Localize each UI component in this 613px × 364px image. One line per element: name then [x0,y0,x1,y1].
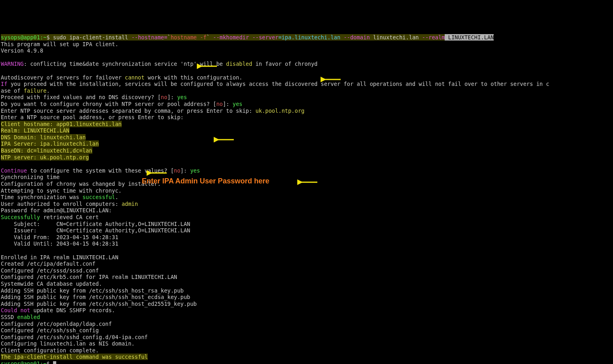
info-ntp: NTP server: uk.pool.ntp.org [1,154,89,161]
continue-label: Continue [1,167,27,174]
line: Attempting to sync time with chronyc. [1,187,122,194]
line: : conflicting time&date synchronization … [24,61,226,67]
backtick: ` [206,34,213,41]
line: update DNS SSHFP records. [30,307,115,313]
cmd-domain-flag: --domain [343,34,370,41]
cannot: cannot [125,74,145,81]
line: Configuration of chrony was changed by i… [1,181,161,187]
line: Created /etc/ipa/default.conf [1,260,96,267]
cmd-hostname-flag: --hostname= [131,34,167,41]
line: Adding SSH public key from /etc/ssh/ssh_… [1,294,190,300]
cmd-hostname-val: hostname -f [171,34,206,41]
line: Configuring linuxtechi.lan as NIS domain… [1,340,135,347]
line: Time synchronization was [1,194,82,200]
line: Synchronizing time [1,174,59,180]
successfully: Successfully [1,214,40,220]
ntp-server: uk.pool.ntp.org [255,108,304,114]
line: work with this configuration. [145,74,243,81]
info-realm: Realm: LINUXTECHI.LAN [1,127,69,134]
line: ]: [168,94,177,100]
line: you proceed with the installation, servi… [7,81,549,87]
line: ase of [1,87,24,94]
line: . [47,87,50,94]
line: Enter NTP source server addresses separa… [1,108,255,114]
cursor-block[interactable] [53,361,56,364]
line: Subject: CN=Certificate Authority,O=LINU… [1,221,190,227]
final-successful: successful [115,354,147,360]
cmd-realm-flag: --realm [422,34,445,41]
line: Systemwide CA database updated. [1,281,102,287]
line: Adding SSH public key from /etc/ssh/ssh_… [1,287,184,294]
line: SSSD [1,314,17,320]
line: to configure the system with these value… [27,167,174,174]
admin-user: admin [122,201,138,207]
line: Configured /etc/sssd/sssd.conf [1,267,99,274]
failure: failure [24,87,47,94]
line: This program will set up IPA client. [1,41,119,47]
could-not: Could not [1,307,30,313]
line: in favor of chronyd [252,61,318,67]
info-basedn: BaseDN: dc=linuxtechi,dc=lan [1,147,92,154]
line: Autodiscovery of servers for failover [1,74,125,81]
cmd-mkhomedir: --mkhomedir --server [213,34,278,41]
line: Version 4.9.8 [1,47,43,54]
yes: yes [177,94,187,100]
line: Enter a NTP source pool address, or pres… [1,114,184,120]
cmd-domain-val: linuxtechi.lan [370,34,422,41]
yes: yes [190,167,200,174]
backtick: ` [168,34,171,41]
ps1-dollar: $ [47,360,53,364]
info-ipa-server: IPA Server: ipa.linuxtechi.lan [1,140,99,147]
line: Configured /etc/openldap/ldap.conf [1,321,112,327]
successful: successful [82,194,115,200]
line: Configured /etc/krb5.conf for IPA realm … [1,274,177,280]
line: Enrolled in IPA realm LINUXTECHI.LAN [1,254,119,260]
no: no [174,167,180,174]
line: Issuer: CN=Certificate Authority,O=LINUX… [1,227,190,234]
line: Client configuration complete. [1,347,99,354]
line: Password for admin@LINUXTECHI.LAN: [1,207,112,214]
enabled: enabled [17,314,40,320]
info-hostname: Client hostname: app01.linuxtechi.lan [1,121,122,127]
terminal-output[interactable]: sysops@app01:~$ sudo ipa-client-install … [0,26,613,364]
no: no [216,101,223,107]
line: Valid From: 2023-04-15 04:28:31 [1,234,119,240]
no: no [161,94,167,100]
prompt: sysops@app01:~ [1,360,47,364]
cmd-sudo: sudo ipa-client-install [53,34,131,41]
line: User authorized to enroll computers: [1,201,122,207]
ps1-dollar: $ [47,34,53,41]
line: Proceed with fixed values and no DNS dis… [1,94,161,100]
final-line: The ipa-client-install command was [1,354,115,360]
yes: yes [233,101,242,107]
warn-disabled: disabled [226,61,252,67]
if-label: If [1,81,7,87]
line: Configured /etc/ssh/sshd_config.d/04-ipa… [1,334,148,340]
info-dns: DNS Domain: linuxtechi.lan [1,134,86,140]
warning-label: WARNING [1,61,24,67]
line: Adding SSH public key from /etc/ssh/ssh_… [1,301,197,307]
line: ]: [223,101,233,107]
cmd-server-val: =ipa.linuxtechi.lan [278,34,344,41]
cmd-realm-val: LINUXTECHI.LAN [445,34,494,41]
line: retrieved CA cert [40,214,99,220]
line: Valid Until: 2043-04-15 04:28:31 [1,240,119,247]
line: Configured /etc/ssh/ssh_config [1,327,99,333]
line: ]: [180,167,190,174]
line: . [115,194,118,200]
prompt: sysops@app01:~ [1,34,47,41]
line: Do you want to configure chrony with NTP… [1,101,216,107]
